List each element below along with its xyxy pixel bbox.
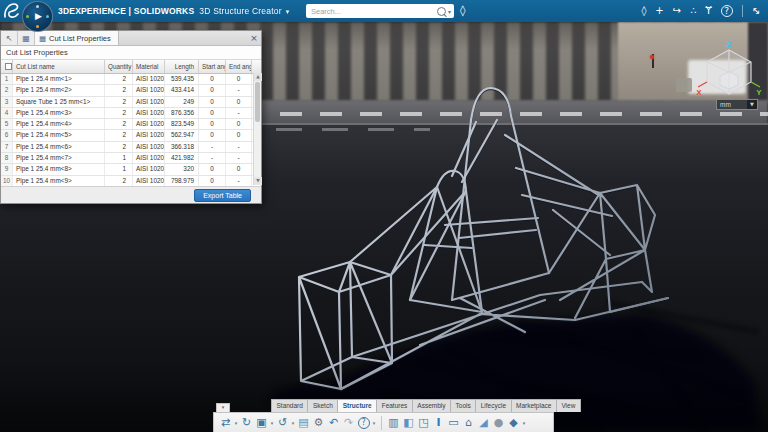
app-name-text: 3D Structure Creator xyxy=(199,6,281,16)
cell-name: Pipe 1 25.4 mm<2> xyxy=(13,85,105,95)
tab-view[interactable]: View xyxy=(556,399,581,412)
play-icon: ▶ xyxy=(35,12,42,21)
cut-list-row[interactable]: 4Pipe 1 25.4 mm<3>2AISI 1020876.3560- xyxy=(1,108,261,119)
cut-list-row[interactable]: 3Square Tube 1 25 mm<1>2AISI 102024900 xyxy=(1,97,261,108)
update-icon[interactable]: ↺ xyxy=(275,415,290,431)
cell-name: Square Tube 1 25 mm<1> xyxy=(13,97,105,107)
search-options-caret-icon[interactable]: ▾ xyxy=(448,8,451,15)
view-cube[interactable]: Z X Y xyxy=(694,40,764,100)
cell-name: Pipe 1 25.4 mm<9> xyxy=(13,176,105,186)
sync-icon[interactable]: ↻ xyxy=(239,415,254,431)
design-apps-icon[interactable]: Ɏ xyxy=(706,0,712,22)
tab-assembly[interactable]: Assembly xyxy=(412,399,451,412)
help-icon[interactable]: ? xyxy=(721,5,733,17)
cell-qty: 2 xyxy=(105,119,133,129)
undo-icon[interactable]: ↶ xyxy=(326,415,341,431)
tab-lifecycle[interactable]: Lifecycle xyxy=(475,399,511,412)
tab-features[interactable]: Features xyxy=(376,399,413,412)
close-icon[interactable]: × xyxy=(247,31,261,45)
help-icon-caret[interactable]: ▾ xyxy=(371,420,377,426)
import-export-icon[interactable]: ⇄ xyxy=(218,415,233,431)
search-input[interactable] xyxy=(306,7,437,16)
tab-marketplace[interactable]: Marketplace xyxy=(511,399,557,412)
table-scrollbar[interactable]: ▲ ▼ xyxy=(253,73,261,185)
settings-gear-icon[interactable]: ⚙ xyxy=(311,415,326,431)
column-header-start-angle[interactable]: Start angle xyxy=(199,60,226,73)
select-all-checkbox[interactable] xyxy=(1,60,13,73)
cell-material: AISI 1020 xyxy=(133,85,165,95)
export-table-button[interactable]: Export Table xyxy=(194,189,251,202)
cell-end: - xyxy=(226,142,252,152)
cell-material: AISI 1020 xyxy=(133,153,165,163)
3dcompass-icon[interactable]: ▶ xyxy=(22,1,53,32)
toolbar-collapse-button[interactable]: ▾ xyxy=(216,403,230,412)
community-icon[interactable]: ∴ xyxy=(690,0,696,22)
tab-cut-list-properties[interactable]: ▦ Cut List Properties xyxy=(35,31,119,45)
cell-material: AISI 1020 xyxy=(133,108,165,118)
workbench-icon[interactable]: ⌂ xyxy=(461,415,476,431)
search-bar[interactable]: ▾ xyxy=(306,4,454,18)
wedge-icon[interactable]: ◢ xyxy=(476,415,491,431)
cell-material: AISI 1020 xyxy=(133,164,165,174)
column-header-material[interactable]: Material xyxy=(133,60,165,73)
catalog-icon[interactable]: ▥ xyxy=(386,415,401,431)
column-header-quantity[interactable]: Quantity xyxy=(105,60,133,73)
add-icon[interactable]: + xyxy=(655,0,663,22)
cut-list-row[interactable]: 5Pipe 1 25.4 mm<4>2AISI 1020823.54900 xyxy=(1,119,261,130)
select-tool-icon[interactable]: ↖ xyxy=(1,31,18,45)
column-header-name[interactable]: Cut List name xyxy=(13,60,105,73)
tag-icon[interactable]: ◊ xyxy=(641,0,646,22)
cut-list-row[interactable]: 8Pipe 1 25.4 mm<7>1AISI 1020421.982-- xyxy=(1,153,261,164)
tab-tools[interactable]: Tools xyxy=(450,399,476,412)
table-tool-icon[interactable]: ▦ xyxy=(18,31,35,45)
collapse-window-icon[interactable]: ↔ xyxy=(745,0,766,21)
axis-x-label[interactable]: X xyxy=(696,88,702,97)
compass-south xyxy=(36,25,39,28)
apps-icon-caret[interactable]: ▾ xyxy=(521,420,527,426)
cut-list-row[interactable]: 10Pipe 1 25.4 mm<9>2AISI 1020798.9790- xyxy=(1,176,261,186)
sphere-icon[interactable]: ● xyxy=(491,415,506,431)
beam-icon[interactable]: I xyxy=(431,415,446,431)
scroll-down-icon[interactable]: ▼ xyxy=(254,177,262,185)
axis-z-label[interactable]: Z xyxy=(727,40,732,49)
cell-start: 0 xyxy=(199,85,226,95)
cut-list-row[interactable]: 9Pipe 1 25.4 mm<8>1AISI 102032000 xyxy=(1,164,261,175)
column-header-length[interactable]: Length xyxy=(165,60,199,73)
cell-length: 876.356 xyxy=(165,108,199,118)
cell-start: 0 xyxy=(199,74,226,84)
cell-num: 10 xyxy=(1,176,13,186)
table-body: 1Pipe 1 25.4 mm<1>2AISI 1020539.435002Pi… xyxy=(1,74,261,186)
help-icon[interactable]: ? xyxy=(356,415,371,431)
cell-start: 0 xyxy=(199,97,226,107)
tab-structure[interactable]: Structure xyxy=(337,399,377,412)
tab-sketch[interactable]: Sketch xyxy=(307,399,338,412)
cut-list-table: Cut List name Quantity Material Length S… xyxy=(1,60,261,186)
cell-num: 6 xyxy=(1,130,13,140)
section-box-icon[interactable]: ◳ xyxy=(416,415,431,431)
cell-qty: 2 xyxy=(105,142,133,152)
cut-list-row[interactable]: 7Pipe 1 25.4 mm<6>2AISI 1020366.318-- xyxy=(1,142,261,153)
share-icon[interactable]: ↪ xyxy=(673,0,681,22)
box-primitive-icon[interactable]: ◧ xyxy=(401,415,416,431)
app-title[interactable]: 3DEXPERIENCE | SOLIDWORKS3D Structure Cr… xyxy=(58,6,289,16)
apps-icon[interactable]: ◆ xyxy=(506,415,521,431)
6wtags-icon[interactable]: ◊ xyxy=(460,4,465,18)
cut-list-row[interactable]: 6Pipe 1 25.4 mm<5>2AISI 1020562.94700 xyxy=(1,130,261,141)
column-header-end-angle[interactable]: End angle xyxy=(226,60,252,73)
tab-standard[interactable]: Standard xyxy=(271,399,308,412)
cut-list-row[interactable]: 1Pipe 1 25.4 mm<1>2AISI 1020539.43500 xyxy=(1,74,261,85)
cell-length: 798.979 xyxy=(165,176,199,186)
units-dropdown[interactable]: mm ▼ xyxy=(716,99,758,110)
scroll-up-icon[interactable]: ▲ xyxy=(254,73,262,81)
cut-list-row[interactable]: 2Pipe 1 25.4 mm<2>2AISI 1020433.4140- xyxy=(1,85,261,96)
collaboration-icon[interactable]: ▤ xyxy=(296,415,311,431)
frame-display-icon[interactable]: ▭ xyxy=(446,415,461,431)
search-icon[interactable] xyxy=(437,7,446,16)
scrollbar-thumb[interactable] xyxy=(255,82,260,122)
redo-icon[interactable]: ↷ xyxy=(341,415,356,431)
save-icon[interactable]: ▣ xyxy=(254,415,269,431)
cell-num: 9 xyxy=(1,164,13,174)
axis-y-label[interactable]: Y xyxy=(756,88,762,97)
action-bar-tabs: StandardSketchStructureFeaturesAssemblyT… xyxy=(271,399,580,412)
cell-num: 3 xyxy=(1,97,13,107)
